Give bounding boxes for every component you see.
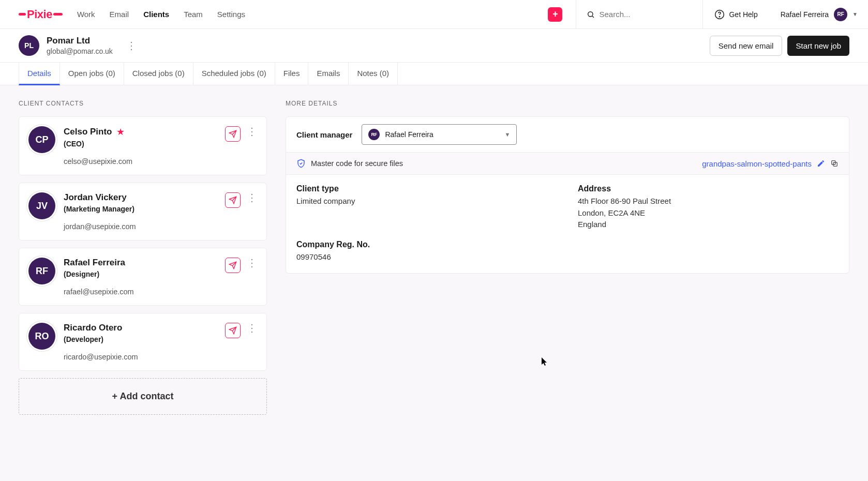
client-manager-select[interactable]: RF Rafael Ferreira ▼ [362, 124, 517, 145]
edit-mastercode-button[interactable] [817, 159, 825, 168]
chevron-down-icon: ▼ [852, 11, 858, 17]
copy-icon [830, 159, 839, 168]
contact-name: Jordan Vickery [64, 192, 127, 203]
send-contact-email-button[interactable] [225, 126, 241, 142]
contact-email: jordan@usepixie.com [64, 222, 225, 231]
nav-clients[interactable]: Clients [143, 10, 169, 19]
contact-role: (CEO) [64, 140, 225, 148]
star-icon: ★ [116, 126, 125, 138]
nav-team[interactable]: Team [184, 10, 203, 19]
tab-scheduled-jobs[interactable]: Scheduled jobs (0) [193, 63, 275, 85]
tab-details[interactable]: Details [19, 63, 60, 85]
client-email: global@pomar.co.uk [47, 47, 113, 55]
company-reg-value: 09970546 [296, 251, 839, 263]
contact-role: (Marketing Manager) [64, 205, 225, 213]
contact-more-menu[interactable]: ⋮ [247, 126, 257, 137]
svg-point-3 [720, 16, 720, 17]
contact-avatar: RF [28, 258, 55, 284]
paper-plane-icon [229, 261, 237, 269]
client-header: PL Pomar Ltd global@pomar.co.uk ⋮ Send n… [0, 29, 868, 63]
help-icon [714, 9, 725, 20]
contact-card[interactable]: RF Rafael Ferreira (Designer) rafael@use… [19, 248, 267, 306]
get-help[interactable]: Get Help [702, 0, 769, 28]
mastercode-value[interactable]: grandpas-salmon-spotted-pants [702, 159, 812, 168]
add-contact-button[interactable]: + Add contact [19, 378, 267, 415]
shield-icon [296, 159, 306, 168]
details-panel: Client manager RF Rafael Ferreira ▼ Mast… [286, 116, 849, 274]
search-icon [587, 10, 595, 19]
client-name: Pomar Ltd [47, 36, 113, 46]
manager-avatar: RF [368, 129, 380, 140]
user-avatar: RF [834, 8, 847, 21]
contact-more-menu[interactable]: ⋮ [247, 323, 257, 333]
nav-settings[interactable]: Settings [217, 10, 245, 19]
contact-email: celso@usepixie.com [64, 157, 225, 166]
contact-card[interactable]: RO Ricardo Otero (Developer) ricardo@use… [19, 313, 267, 371]
pencil-icon [817, 159, 825, 168]
contact-email: ricardo@usepixie.com [64, 353, 225, 361]
send-contact-email-button[interactable] [225, 258, 241, 273]
contact-more-menu[interactable]: ⋮ [247, 258, 257, 268]
send-contact-email-button[interactable] [225, 192, 241, 208]
client-more-menu[interactable]: ⋮ [126, 40, 137, 51]
contact-card[interactable]: CP Celso Pinto ★ (CEO) celso@usepixie.co… [19, 116, 267, 175]
topbar: Pixie Work Email Clients Team Settings +… [0, 0, 868, 29]
contact-name: Celso Pinto [64, 127, 112, 137]
brand-logo[interactable]: Pixie [19, 8, 63, 21]
contact-card[interactable]: JV Jordan Vickery (Marketing Manager) jo… [19, 183, 267, 240]
tab-closed-jobs[interactable]: Closed jobs (0) [124, 63, 193, 85]
company-reg-label: Company Reg. No. [296, 240, 839, 249]
client-avatar: PL [19, 35, 39, 56]
nav-work[interactable]: Work [77, 10, 95, 19]
address-line3: England [578, 219, 839, 231]
address-line2: London, EC2A 4NE [578, 207, 839, 219]
main-nav: Work Email Clients Team Settings [77, 10, 245, 19]
user-menu[interactable]: Rafael Ferreira RF ▼ [769, 8, 858, 21]
add-button[interactable]: + [548, 7, 562, 22]
more-details-section-label: MORE DETAILS [286, 100, 849, 107]
client-type-label: Client type [296, 184, 557, 193]
manager-value: Rafael Ferreira [385, 130, 433, 139]
paper-plane-icon [229, 130, 237, 138]
contact-avatar: RO [28, 323, 55, 350]
mastercode-label: Master code for secure files [311, 159, 403, 168]
search-wrap [576, 0, 702, 28]
help-label: Get Help [729, 10, 757, 19]
address-label: Address [578, 184, 839, 193]
tab-files[interactable]: Files [275, 63, 309, 85]
paper-plane-icon [229, 326, 237, 335]
client-type-value: Limited company [296, 196, 557, 207]
contact-name: Ricardo Otero [64, 323, 122, 333]
svg-point-0 [588, 11, 593, 16]
client-manager-label: Client manager [296, 130, 352, 139]
contacts-section-label: CLIENT CONTACTS [19, 100, 267, 107]
tab-open-jobs[interactable]: Open jobs (0) [60, 63, 124, 85]
contact-avatar: CP [28, 126, 55, 153]
user-name: Rafael Ferreira [781, 10, 829, 19]
nav-email[interactable]: Email [110, 10, 129, 19]
contact-role: (Designer) [64, 270, 225, 278]
copy-mastercode-button[interactable] [830, 159, 839, 168]
address-line1: 4th Floor 86-90 Paul Street [578, 196, 839, 207]
send-new-email-button[interactable]: Send new email [710, 36, 783, 56]
svg-line-1 [592, 16, 594, 18]
tab-emails[interactable]: Emails [308, 63, 349, 85]
contact-avatar: JV [28, 192, 55, 219]
start-new-job-button[interactable]: Start new job [787, 36, 849, 56]
contact-role: (Developer) [64, 335, 225, 343]
client-tabs: Details Open jobs (0) Closed jobs (0) Sc… [0, 63, 868, 85]
tab-notes[interactable]: Notes (0) [349, 63, 398, 85]
search-input[interactable] [599, 10, 702, 19]
paper-plane-icon [229, 196, 237, 204]
contact-name: Rafael Ferreira [64, 258, 125, 268]
chevron-down-icon: ▼ [504, 131, 510, 138]
contact-email: rafael@usepixie.com [64, 288, 225, 296]
contact-more-menu[interactable]: ⋮ [247, 192, 257, 203]
send-contact-email-button[interactable] [225, 323, 241, 338]
